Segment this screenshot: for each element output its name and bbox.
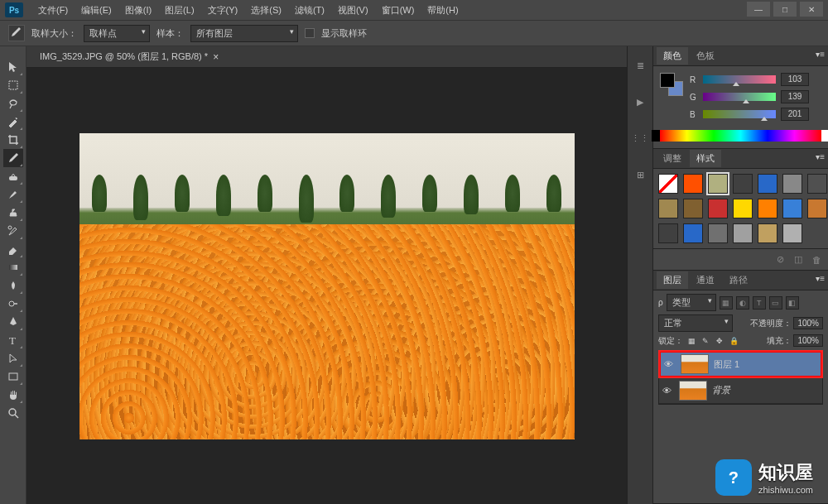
layer-name[interactable]: 图层 1 [714,358,739,371]
blend-mode-dropdown[interactable]: 正常 [658,314,733,332]
new-style-icon[interactable]: ◫ [794,254,802,265]
panel-menu-icon[interactable]: ▾≡ [816,152,825,161]
move-tool[interactable] [3,58,23,76]
tab-color[interactable]: 颜色 [657,47,688,65]
properties-panel-icon[interactable]: ⊞ [633,167,647,182]
style-swatch[interactable] [807,174,827,194]
eyedropper-icon[interactable] [8,25,25,41]
style-swatch[interactable] [758,223,777,243]
clone-stamp-tool[interactable] [3,204,23,222]
visibility-icon[interactable]: 👁 [664,359,676,369]
sample-dropdown[interactable]: 所有图层 [190,25,298,42]
style-swatch[interactable] [807,199,827,218]
style-swatch[interactable] [733,223,753,243]
style-swatch[interactable] [658,174,678,194]
maximize-button[interactable]: □ [773,2,797,17]
lock-position-icon[interactable]: ✥ [714,335,725,347]
filter-type-icon[interactable]: T [753,296,766,310]
menu-view[interactable]: 视图(V) [331,2,375,19]
style-swatch[interactable] [782,199,802,218]
canvas-image[interactable] [79,133,575,439]
style-swatch[interactable] [782,223,802,243]
layer-row[interactable]: 👁 背景 [659,377,822,404]
menu-filter[interactable]: 滤镜(T) [288,2,331,19]
minimize-button[interactable]: — [747,2,770,17]
layer-kind-dropdown[interactable]: 类型 [667,294,716,311]
close-button[interactable]: ✕ [800,2,823,17]
menu-help[interactable]: 帮助(H) [421,2,465,19]
pen-tool[interactable] [3,313,23,331]
menu-select[interactable]: 选择(S) [244,2,288,19]
menu-layer[interactable]: 图层(L) [158,2,200,19]
style-swatch[interactable] [758,199,777,218]
menu-edit[interactable]: 编辑(E) [75,2,118,19]
blur-tool[interactable] [3,276,23,295]
zoom-tool[interactable] [3,404,23,422]
opacity-input[interactable]: 100% [793,317,823,329]
visibility-icon[interactable]: 👁 [662,386,674,396]
dodge-tool[interactable] [3,295,23,313]
panel-menu-icon[interactable]: ▾≡ [816,274,825,283]
style-swatch[interactable] [683,174,703,194]
style-swatch[interactable] [758,174,777,194]
fill-input[interactable]: 100% [793,334,823,347]
filter-adjust-icon[interactable]: ◐ [736,296,749,310]
tab-swatches[interactable]: 色板 [690,47,721,65]
tab-channels[interactable]: 通道 [690,271,721,289]
lock-transparency-icon[interactable]: ▦ [686,335,697,347]
type-tool[interactable]: T [3,331,23,349]
actions-panel-icon[interactable]: ▶ [633,94,647,109]
menu-type[interactable]: 文字(Y) [201,2,245,19]
clear-style-icon[interactable]: ⊘ [777,254,784,265]
style-swatch[interactable] [683,199,703,218]
crop-tool[interactable] [3,131,23,149]
show-ring-checkbox[interactable] [305,28,315,38]
style-swatch[interactable] [733,174,753,194]
lock-pixels-icon[interactable]: ✎ [700,335,711,347]
g-slider[interactable] [703,93,776,101]
filter-shape-icon[interactable]: ▭ [769,296,782,310]
b-value-input[interactable]: 201 [781,108,809,121]
r-value-input[interactable]: 103 [781,73,809,86]
menu-image[interactable]: 图像(I) [118,2,158,19]
history-brush-tool[interactable] [3,222,23,240]
document-close-icon[interactable]: × [213,51,219,63]
filter-smart-icon[interactable]: ◧ [786,296,799,310]
style-swatch[interactable] [658,223,678,243]
layer-name[interactable]: 背景 [712,384,730,396]
lasso-tool[interactable] [3,94,23,113]
layer-thumbnail[interactable] [679,381,707,401]
style-swatch[interactable] [782,174,802,194]
magic-wand-tool[interactable] [3,113,23,131]
style-swatch[interactable] [708,223,728,243]
sample-size-dropdown[interactable]: 取样点 [84,25,150,42]
trash-icon[interactable]: 🗑 [812,255,821,265]
hand-tool[interactable] [3,386,23,404]
tab-styles[interactable]: 样式 [690,150,721,167]
path-selection-tool[interactable] [3,349,23,367]
eraser-tool[interactable] [3,240,23,258]
menu-window[interactable]: 窗口(W) [375,2,421,19]
layer-thumbnail[interactable] [681,354,709,374]
style-swatch[interactable] [733,199,753,218]
eyedropper-tool[interactable] [3,149,23,167]
style-swatch[interactable] [708,174,728,194]
foreground-background-swatch[interactable] [660,73,683,96]
brush-tool[interactable] [3,185,23,204]
g-value-input[interactable]: 139 [781,90,809,103]
brushes-panel-icon[interactable]: ⋮⋮ [633,131,647,146]
tab-layers[interactable]: 图层 [657,271,688,289]
foreground-color-swatch[interactable] [660,73,675,88]
r-slider[interactable] [703,75,776,84]
document-tab[interactable]: IMG_3529.JPG @ 50% (图层 1, RGB/8) * × [33,47,225,66]
healing-brush-tool[interactable] [3,167,23,185]
lock-all-icon[interactable]: 🔒 [728,335,739,347]
gradient-tool[interactable] [3,258,23,276]
menu-file[interactable]: 文件(F) [31,2,75,19]
marquee-tool[interactable] [3,76,23,94]
tab-adjustments[interactable]: 调整 [657,150,688,167]
color-spectrum[interactable] [660,130,821,142]
style-swatch[interactable] [708,199,728,218]
style-swatch[interactable] [658,199,678,218]
history-panel-icon[interactable]: ≣ [633,58,647,73]
